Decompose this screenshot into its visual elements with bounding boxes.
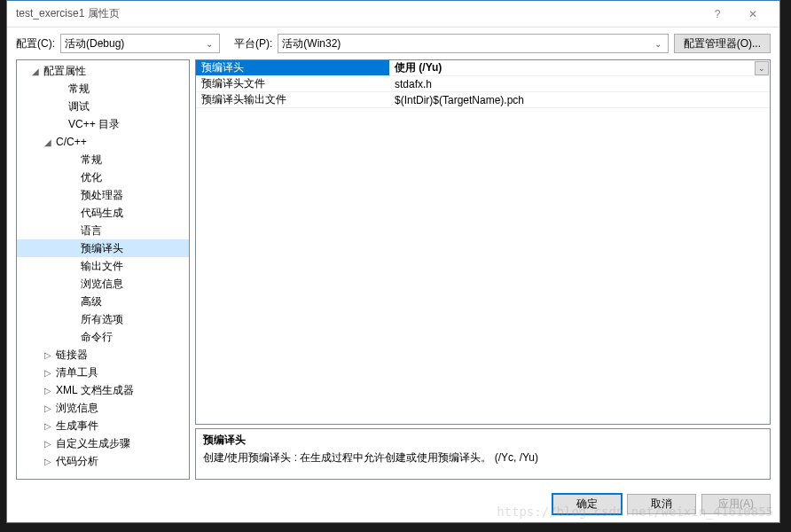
config-manager-button[interactable]: 配置管理器(O)... (674, 34, 771, 53)
config-combo-value: 活动(Debug) (65, 36, 203, 51)
tree-item-label: 预处理器 (81, 188, 123, 203)
tree-item-label: 生成事件 (56, 419, 98, 434)
expander-none (67, 242, 79, 254)
tree-item-label: 链接器 (56, 348, 88, 363)
tree-item-label: 高级 (81, 294, 102, 309)
tree-item[interactable]: 常规 (17, 80, 189, 98)
tree-item[interactable]: 调试 (17, 98, 189, 115)
cancel-button[interactable]: 取消 (627, 494, 696, 514)
config-toolbar: 配置(C): 活动(Debug) ⌄ 平台(P): 活动(Win32) ⌄ 配置… (7, 27, 779, 59)
ok-button[interactable]: 确定 (552, 494, 622, 514)
window-title: test_exercise1 属性页 (16, 6, 700, 21)
expander-none (67, 153, 79, 166)
expander-none (67, 224, 79, 237)
chevron-down-icon[interactable]: ⌄ (755, 61, 769, 75)
expander-none (67, 278, 79, 290)
expander-closed-icon[interactable]: ▷ (42, 348, 54, 361)
tree-item[interactable]: 浏览信息 (17, 275, 189, 293)
grid-property-value[interactable]: stdafx.h (389, 76, 770, 91)
expander-none (54, 100, 67, 113)
tree-item[interactable]: 预处理器 (17, 186, 189, 204)
expander-open-icon[interactable]: ◢ (42, 136, 54, 148)
tree-item[interactable]: 语言 (17, 222, 189, 239)
tree-item[interactable]: ▷清单工具 (17, 364, 189, 381)
chevron-down-icon: ⌄ (652, 39, 664, 49)
tree-item[interactable]: 高级 (17, 293, 189, 310)
tree-item-label: 浏览信息 (81, 277, 123, 292)
tree-item-label: 语言 (81, 223, 102, 239)
expander-none (54, 82, 67, 95)
expander-none (67, 313, 79, 325)
tree-item-label: 代码分析 (56, 454, 98, 469)
tree-item[interactable]: VC++ 目录 (17, 115, 189, 133)
tree-item-label: 配置属性 (43, 64, 86, 79)
config-combo[interactable]: 活动(Debug) ⌄ (60, 34, 220, 53)
expander-closed-icon[interactable]: ▷ (42, 419, 54, 432)
tree-item-label: VC++ 目录 (68, 117, 120, 132)
tree-item[interactable]: ▷链接器 (17, 346, 189, 364)
expander-none (67, 207, 79, 219)
config-label: 配置(C): (16, 36, 55, 51)
expander-closed-icon[interactable]: ▷ (42, 402, 54, 414)
tree-item[interactable]: ▷浏览信息 (17, 399, 189, 417)
tree-item[interactable]: 优化 (17, 168, 189, 186)
tree-item-label: 代码生成 (81, 206, 123, 221)
right-panel: 预编译头使用 (/Yu)⌄预编译头文件stdafx.h预编译头输出文件$(Int… (195, 59, 771, 480)
grid-row[interactable]: 预编译头输出文件$(IntDir)$(TargetName).pch (196, 92, 770, 108)
tree-item-label: 所有选项 (81, 312, 123, 327)
expander-none (67, 171, 79, 184)
config-tree[interactable]: ◢配置属性常规调试VC++ 目录◢C/C++常规优化预处理器代码生成语言预编译头… (16, 59, 190, 480)
tree-item[interactable]: ▷代码分析 (17, 452, 189, 470)
dialog-buttons: 确定 取消 应用(A) (7, 485, 779, 522)
expander-none (67, 295, 79, 308)
tree-item[interactable]: ▷自定义生成步骤 (17, 434, 189, 452)
tree-item[interactable]: ▷XML 文档生成器 (17, 381, 189, 399)
tree-item-label: 自定义生成步骤 (56, 436, 130, 451)
grid-property-value[interactable]: 使用 (/Yu) (389, 60, 755, 75)
help-button[interactable]: ? (700, 2, 735, 27)
tree-item-label: 浏览信息 (56, 401, 98, 416)
expander-none (67, 331, 79, 343)
tree-item-label: 调试 (68, 99, 90, 114)
tree-item-label: 输出文件 (81, 259, 123, 274)
platform-label: 平台(P): (234, 36, 272, 51)
tree-item-label: 清单工具 (56, 365, 98, 380)
expander-none (67, 189, 79, 201)
grid-property-label: 预编译头输出文件 (196, 92, 389, 107)
expander-closed-icon[interactable]: ▷ (42, 384, 54, 396)
grid-property-label: 预编译头 (196, 60, 389, 75)
expander-closed-icon[interactable]: ▷ (42, 455, 54, 467)
tree-item-label: 预编译头 (81, 241, 123, 256)
tree-item[interactable]: 常规 (17, 151, 189, 168)
grid-row[interactable]: 预编译头使用 (/Yu)⌄ (196, 60, 770, 76)
tree-item[interactable]: ▷生成事件 (17, 417, 189, 434)
tree-item-label: 命令行 (81, 330, 113, 345)
expander-none (67, 260, 79, 272)
close-button[interactable]: ✕ (735, 2, 771, 27)
tree-item[interactable]: ◢配置属性 (17, 62, 189, 80)
property-page-dialog: test_exercise1 属性页 ? ✕ 配置(C): 活动(Debug) … (6, 0, 780, 523)
tree-item[interactable]: 代码生成 (17, 204, 189, 222)
property-grid[interactable]: 预编译头使用 (/Yu)⌄预编译头文件stdafx.h预编译头输出文件$(Int… (195, 59, 771, 425)
titlebar: test_exercise1 属性页 ? ✕ (7, 1, 779, 27)
description-panel: 预编译头 创建/使用预编译头 : 在生成过程中允许创建或使用预编译头。 (/Yc… (195, 428, 771, 480)
tree-item-label: XML 文档生成器 (56, 383, 134, 398)
tree-item[interactable]: ◢C/C++ (17, 133, 189, 151)
expander-closed-icon[interactable]: ▷ (42, 366, 54, 379)
description-text: 创建/使用预编译头 : 在生成过程中允许创建或使用预编译头。 (/Yc, /Yu… (203, 450, 763, 466)
grid-row[interactable]: 预编译头文件stdafx.h (196, 76, 770, 92)
tree-item-label: 优化 (81, 170, 102, 185)
tree-item[interactable]: 输出文件 (17, 257, 189, 275)
chevron-down-icon: ⌄ (203, 39, 215, 49)
apply-button[interactable]: 应用(A) (701, 494, 771, 514)
tree-item[interactable]: 命令行 (17, 328, 189, 346)
content-area: ◢配置属性常规调试VC++ 目录◢C/C++常规优化预处理器代码生成语言预编译头… (7, 59, 779, 485)
grid-property-value[interactable]: $(IntDir)$(TargetName).pch (389, 92, 770, 107)
expander-closed-icon[interactable]: ▷ (42, 437, 54, 450)
tree-item-label: 常规 (68, 82, 90, 97)
tree-item[interactable]: 预编译头 (17, 239, 189, 257)
platform-combo[interactable]: 活动(Win32) ⌄ (278, 34, 668, 53)
tree-item[interactable]: 所有选项 (17, 310, 189, 328)
expander-open-icon[interactable]: ◢ (29, 65, 42, 77)
description-title: 预编译头 (203, 433, 763, 448)
